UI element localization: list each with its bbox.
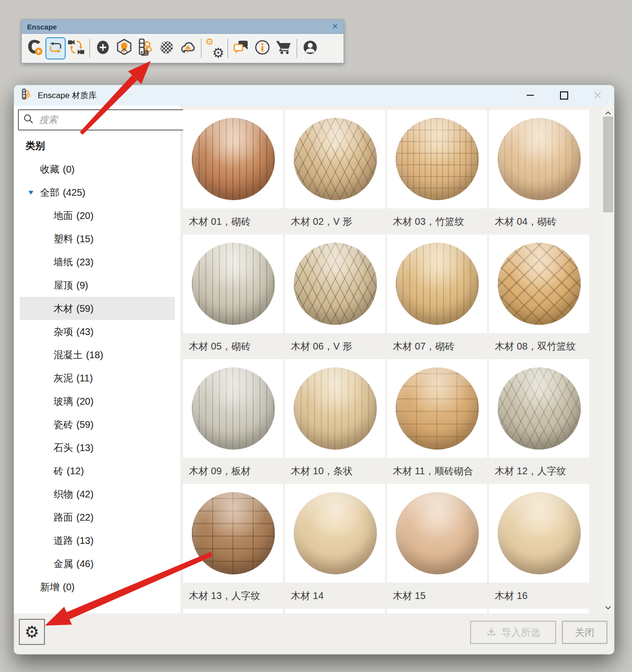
sidebar-item-8[interactable]: 混凝土(18) (20, 343, 175, 366)
category-label: 新增 (40, 581, 59, 594)
close-button[interactable]: 关闭 (562, 621, 607, 644)
material-tile[interactable] (285, 110, 385, 208)
material-tile-partial[interactable] (387, 609, 487, 614)
sidebar-item-18[interactable]: 新增(0) (20, 575, 175, 599)
material-tile-partial[interactable] (489, 609, 589, 614)
search-input[interactable] (38, 114, 180, 126)
material-tile[interactable] (285, 234, 385, 333)
material-sphere (294, 492, 377, 574)
category-label: 路面 (54, 511, 73, 524)
material-tile[interactable] (387, 484, 487, 583)
camera-sync-button[interactable] (66, 36, 87, 61)
import-selected-button[interactable]: 导入所选 (470, 621, 556, 644)
sidebar-item-3[interactable]: 塑料(15) (20, 227, 175, 250)
category-label: 灰泥 (54, 372, 73, 385)
shopping-cart-icon (273, 37, 294, 59)
shop-button[interactable] (273, 36, 294, 61)
sidebar-item-5[interactable]: 屋顶(9) (20, 274, 175, 297)
material-tile-partial[interactable] (183, 609, 283, 614)
material-library-titlebar[interactable]: Enscape 材质库 ✕ (14, 85, 614, 106)
sidebar-item-7[interactable]: 杂项(43) (20, 320, 175, 343)
category-count: (11) (76, 373, 93, 384)
material-tile[interactable] (183, 359, 283, 458)
material-sphere (192, 118, 275, 200)
material-label: 木材 16 (489, 583, 589, 609)
category-label: 金属 (54, 557, 73, 570)
material-sphere (396, 243, 479, 325)
vertical-scrollbar[interactable] (602, 105, 614, 614)
material-tile-partial[interactable] (285, 609, 385, 614)
material-tile[interactable] (489, 110, 589, 208)
maximize-button[interactable] (554, 85, 574, 105)
material-tile[interactable] (183, 484, 283, 583)
account-icon (301, 38, 320, 58)
add-button[interactable] (92, 36, 114, 61)
synchronize-icon (46, 38, 65, 58)
category-count: (13) (76, 442, 94, 453)
chat-bubbles-icon (231, 38, 251, 58)
sidebar-item-16[interactable]: 道路(13) (20, 529, 175, 552)
category-count: (43) (76, 326, 94, 337)
material-library-icon (135, 37, 156, 59)
enscape-logo-icon (25, 38, 44, 58)
sidebar-item-6[interactable]: 木材(59) (20, 297, 175, 320)
category-count: (18) (86, 350, 103, 361)
category-label: 瓷砖 (54, 418, 73, 431)
info-button[interactable] (252, 36, 273, 61)
asset-library-button[interactable] (156, 36, 177, 61)
settings-button[interactable]: ⚙ ⚙ (204, 36, 225, 61)
sidebar-item-10[interactable]: 玻璃(20) (20, 390, 175, 413)
enscape-start-button[interactable] (24, 36, 45, 61)
scroll-down-icon[interactable] (604, 604, 612, 610)
material-sphere (396, 367, 479, 450)
material-tile[interactable] (387, 110, 487, 208)
sidebar-item-11[interactable]: 瓷砖(59) (20, 413, 175, 436)
material-library-button[interactable] (135, 36, 156, 61)
sidebar-item-17[interactable]: 金属(46) (20, 552, 175, 575)
bim-mode-button[interactable] (114, 36, 135, 61)
sidebar-item-15[interactable]: 路面(22) (20, 506, 175, 529)
feedback-button[interactable] (230, 36, 252, 61)
material-tile[interactable] (489, 359, 589, 458)
sidebar-item-14[interactable]: 织物(42) (20, 482, 175, 506)
sidebar-item-1[interactable]: 全部(425) (20, 181, 175, 204)
sidebar-item-2[interactable]: 地面(20) (20, 204, 175, 227)
material-tile[interactable] (183, 234, 283, 333)
material-grid-area: 木材 01，砌砖木材 02，V 形木材 03，竹篮纹木材 04，砌砖木材 05，… (183, 105, 602, 614)
sidebar-item-9[interactable]: 灰泥(11) (20, 366, 175, 390)
toolbar-titlebar[interactable]: Enscape ✕ (22, 20, 344, 34)
sidebar-item-4[interactable]: 墙纸(23) (20, 250, 175, 274)
category-count: (12) (67, 466, 84, 477)
toolbar-close-icon[interactable]: ✕ (332, 23, 338, 30)
scroll-up-icon[interactable] (604, 109, 612, 115)
scrollbar-thumb[interactable] (603, 117, 613, 212)
toolbar-separator (201, 39, 201, 58)
sidebar-item-0[interactable]: 收藏(0) (20, 158, 175, 181)
synchronize-views-button[interactable] (45, 37, 66, 59)
material-sphere (498, 118, 581, 200)
material-tile[interactable] (489, 484, 589, 583)
library-settings-button[interactable]: ⚙ (19, 619, 45, 645)
sidebar-item-13[interactable]: 砖(12) (20, 459, 175, 482)
material-label: 木材 12，人字纹 (489, 458, 589, 484)
material-tile[interactable] (183, 110, 283, 208)
sidebar-item-12[interactable]: 石头(13) (20, 436, 175, 459)
material-tile[interactable] (285, 359, 385, 458)
account-button[interactable] (300, 36, 321, 61)
category-list-header: 类别 (14, 134, 180, 158)
search-box[interactable] (18, 109, 185, 131)
cloud-upload-icon (178, 37, 198, 59)
category-count: (59) (76, 303, 94, 314)
category-label: 屋顶 (54, 279, 73, 292)
material-tile[interactable] (387, 359, 487, 458)
close-window-icon[interactable]: ✕ (588, 85, 607, 105)
minimize-button[interactable] (520, 85, 540, 105)
cloud-upload-button[interactable] (177, 36, 199, 61)
material-library-window: Enscape 材质库 ✕ 类别 收藏(0)全部(425)地面(20)塑料(15… (14, 85, 615, 655)
material-sphere (498, 367, 581, 450)
category-count: (13) (76, 535, 94, 546)
material-tile[interactable] (387, 234, 487, 333)
expander-triangle-icon[interactable] (29, 191, 33, 195)
material-tile[interactable] (285, 484, 385, 583)
material-tile[interactable] (489, 234, 589, 333)
